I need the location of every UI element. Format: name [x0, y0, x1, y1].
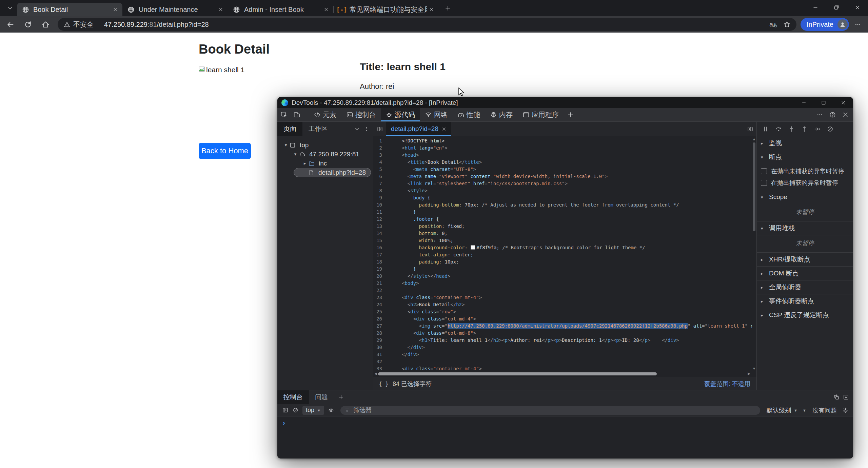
navigator-tab[interactable]: 页面: [277, 122, 302, 136]
scroll-left-icon[interactable]: ◀: [374, 372, 377, 375]
devtools-panel-tab[interactable]: 元素: [309, 108, 341, 121]
issues-counter[interactable]: 没有问题: [812, 406, 837, 414]
step-out-icon[interactable]: [798, 123, 810, 135]
pause-icon[interactable]: [760, 123, 772, 135]
devtools-close-button[interactable]: [833, 97, 853, 108]
section-header[interactable]: ▾ Scope: [757, 190, 853, 204]
help-icon[interactable]: [826, 112, 839, 118]
scroll-right-icon[interactable]: ▶: [748, 372, 750, 375]
section-header[interactable]: ▸ 监视: [757, 136, 853, 150]
horizontal-scroll-thumb[interactable]: [378, 372, 657, 375]
browser-menu-icon[interactable]: [851, 18, 865, 31]
browser-tab[interactable]: Under Maintenance: [122, 3, 228, 16]
translate-icon[interactable]: aあ: [769, 21, 777, 28]
vertical-scroll-thumb[interactable]: [753, 142, 755, 231]
clear-console-icon[interactable]: [290, 406, 300, 415]
filter-input[interactable]: [353, 406, 756, 414]
undock-drawer-icon[interactable]: [833, 394, 840, 400]
file-tree-item[interactable]: ▾ top: [277, 140, 373, 150]
refresh-icon[interactable]: [20, 18, 35, 31]
step-over-icon[interactable]: [772, 123, 785, 135]
close-window-button[interactable]: [847, 0, 868, 15]
step-icon[interactable]: [811, 123, 823, 135]
devtools-panel-tab[interactable]: 性能: [453, 108, 485, 121]
tab-close-icon[interactable]: [216, 5, 225, 14]
devtools-titlebar[interactable]: DevTools - 47.250.89.229:81/detail.php?i…: [277, 97, 853, 108]
chevron-down-icon[interactable]: ▼: [803, 408, 806, 412]
restore-button[interactable]: [826, 0, 847, 15]
console-filter[interactable]: [340, 406, 760, 415]
breakpoint-option[interactable]: 在抛出未捕获的异常时暂停: [757, 165, 853, 177]
tree-expander-icon[interactable]: ▾: [292, 152, 299, 157]
editor-vertical-scrollbar[interactable]: ▲ ▼: [752, 136, 756, 371]
tree-expander-icon[interactable]: ▸: [301, 161, 309, 166]
devtools-more-icon[interactable]: [813, 112, 826, 118]
collapse-drawer-icon[interactable]: [843, 394, 849, 400]
file-tree-item[interactable]: ▾ 47.250.89.229:81: [277, 150, 373, 159]
drawer-tab[interactable]: 问题: [309, 390, 334, 404]
tab-close-icon[interactable]: [427, 5, 436, 14]
devtools-panel-tab[interactable]: 应用程序: [518, 108, 564, 121]
checkbox[interactable]: [761, 168, 767, 174]
file-tree-item[interactable]: ▸ inc: [277, 159, 373, 168]
drawer-more-tabs-icon[interactable]: [334, 390, 348, 404]
site-security-chip[interactable]: 不安全: [64, 20, 94, 29]
navigator-menu-icon[interactable]: [362, 124, 371, 133]
hide-debugger-icon[interactable]: [744, 122, 756, 136]
drawer-tab[interactable]: 控制台: [277, 390, 309, 404]
section-header[interactable]: ▸ DOM 断点: [757, 267, 853, 280]
pretty-print-icon[interactable]: { }: [379, 381, 389, 387]
step-into-icon[interactable]: [785, 123, 797, 135]
browser-tab[interactable]: Book Detail: [17, 3, 122, 16]
devtools-panel-tab[interactable]: 源代码: [381, 108, 420, 121]
devtools-minimize-button[interactable]: [794, 97, 814, 108]
log-level-selector[interactable]: 默认级别 ▼: [767, 406, 797, 414]
browser-tab[interactable]: Admin - Insert Book: [228, 3, 333, 16]
new-tab-button[interactable]: [441, 2, 454, 15]
section-header[interactable]: ▸ CSP 违反了规定断点: [757, 308, 853, 322]
device-toolbar-icon[interactable]: [290, 108, 303, 121]
devtools-panel-tab[interactable]: 网络: [420, 108, 453, 121]
devtools-panel-tab[interactable]: 内存: [485, 108, 518, 121]
inspect-element-icon[interactable]: [277, 108, 290, 121]
checkbox[interactable]: [761, 180, 767, 186]
live-expression-icon[interactable]: [326, 406, 336, 415]
section-header[interactable]: ▾ 调用堆栈: [757, 221, 853, 235]
tree-expander-icon[interactable]: ▾: [282, 142, 290, 148]
devtools-maximize-button[interactable]: [814, 97, 833, 108]
context-selector[interactable]: top ▼: [302, 406, 324, 415]
console-settings-icon[interactable]: [840, 406, 850, 415]
more-panels-icon[interactable]: [564, 108, 577, 121]
navigator-tab[interactable]: 工作区: [302, 122, 334, 136]
file-tab-close-icon[interactable]: [442, 127, 446, 131]
breakpoint-option[interactable]: 在抛出捕获的异常时暂停: [757, 177, 853, 189]
minimize-button[interactable]: [805, 0, 826, 15]
scroll-up-icon[interactable]: ▲: [752, 137, 756, 141]
more-tabs-icon[interactable]: [353, 124, 361, 133]
editor-file-tab[interactable]: detail.php?id=28: [386, 122, 451, 136]
back-icon[interactable]: [3, 18, 18, 31]
tab-search-icon[interactable]: [3, 1, 17, 15]
editor-horizontal-scrollbar[interactable]: ◀ ▶: [373, 371, 756, 377]
coverage-link[interactable]: 覆盖范围: 不适用: [704, 380, 750, 388]
back-to-home-button[interactable]: Back to Home: [199, 143, 251, 159]
url-text[interactable]: 47.250.89.229:81/detail.php?id=28: [104, 21, 209, 28]
devtools-panel-tab[interactable]: 控制台: [341, 108, 381, 121]
section-header[interactable]: ▸ XHR/提取断点: [757, 253, 853, 267]
tab-close-icon[interactable]: [322, 5, 331, 14]
section-header[interactable]: ▾ 断点: [757, 150, 853, 164]
hide-navigator-icon[interactable]: [373, 122, 386, 136]
console-messages[interactable]: ›: [277, 416, 853, 459]
file-tree-item[interactable]: detail.php?id=28: [294, 168, 371, 177]
inprivate-badge[interactable]: InPrivate: [801, 18, 849, 31]
home-icon[interactable]: [38, 18, 53, 31]
section-header[interactable]: ▸ 全局侦听器: [757, 280, 853, 294]
scroll-down-icon[interactable]: ▼: [752, 367, 756, 370]
favorites-star-icon[interactable]: [784, 21, 790, 28]
console-sidebar-icon[interactable]: [280, 406, 290, 415]
deactivate-breakpoints-icon[interactable]: [824, 123, 836, 135]
section-header[interactable]: ▸ 事件侦听器断点: [757, 294, 853, 308]
address-bar[interactable]: 不安全 47.250.89.229:81/detail.php?id=28 aあ: [58, 18, 796, 31]
close-devtools-icon[interactable]: [839, 112, 852, 118]
browser-tab[interactable]: [-] 常见网络端口功能与安全风险深度: [333, 3, 439, 16]
